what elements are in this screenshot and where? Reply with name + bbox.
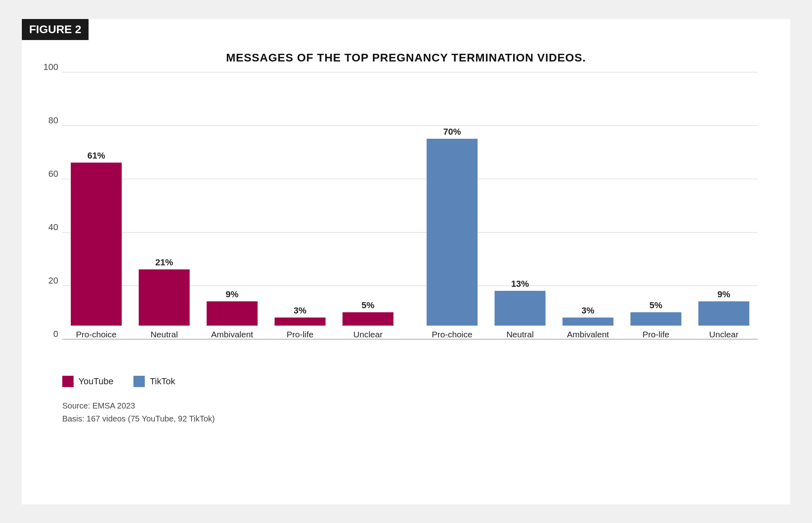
- tiktok-swatch: [133, 376, 145, 387]
- bar-wrapper: 70%: [418, 127, 486, 326]
- bar-group: 21%Neutral: [130, 257, 198, 339]
- bar-youtube: [207, 301, 258, 325]
- bar-percentage: 70%: [443, 127, 461, 137]
- bar-wrapper: 9%: [690, 289, 758, 325]
- youtube-swatch: [62, 376, 74, 387]
- bar-youtube: [275, 318, 326, 326]
- x-axis-label: Neutral: [149, 330, 180, 339]
- bar-percentage: 3%: [294, 305, 307, 316]
- y-axis-label: 80: [38, 115, 58, 126]
- bar-wrapper: 5%: [622, 300, 690, 326]
- tiktok-group: 70%Pro-choice13%Neutral3%Ambivalent5%Pro…: [418, 72, 758, 339]
- youtube-group: 61%Pro-choice21%Neutral9%Ambivalent3%Pro…: [62, 72, 402, 339]
- bar-group: 3%Pro-life: [266, 305, 334, 339]
- bar-group: 3%Ambivalent: [554, 305, 622, 339]
- bar-youtube: [71, 163, 122, 326]
- bar-youtube: [139, 269, 190, 326]
- y-axis-label: 100: [38, 62, 58, 72]
- y-axis-label: 40: [38, 222, 58, 233]
- legend-tiktok: TikTok: [133, 376, 175, 387]
- x-axis-label: Pro-choice: [74, 330, 118, 339]
- bar-group: 5%Unclear: [334, 300, 402, 339]
- bar-percentage: 5%: [362, 300, 374, 311]
- x-axis-label: Pro-choice: [430, 330, 474, 339]
- bar-youtube: [343, 312, 393, 326]
- bar-tiktok: [562, 318, 613, 326]
- bar-group: 9%Unclear: [690, 289, 758, 339]
- bar-percentage: 9%: [717, 289, 730, 300]
- bar-tiktok: [698, 301, 749, 325]
- source-text: Source: EMSA 2023 Basis: 167 videos (75 …: [62, 399, 790, 425]
- chart-title: MESSAGES OF THE TOP PREGNANCY TERMINATIO…: [22, 19, 790, 72]
- y-axis-label: 20: [38, 275, 58, 286]
- figure-label: FIGURE 2: [22, 19, 89, 40]
- y-axis-label: 60: [38, 169, 58, 179]
- x-axis-label: Unclear: [352, 330, 384, 339]
- youtube-label: YouTube: [78, 376, 113, 387]
- bar-wrapper: 61%: [62, 150, 130, 326]
- x-axis-label: Neutral: [505, 330, 535, 339]
- figure-card: FIGURE 2 MESSAGES OF THE TOP PREGNANCY T…: [22, 19, 790, 504]
- bar-tiktok: [495, 291, 546, 326]
- x-axis-label: Ambivalent: [209, 330, 255, 339]
- tiktok-label: TikTok: [150, 376, 175, 387]
- bar-group: 5%Pro-life: [622, 300, 690, 339]
- source-line2: Basis: 167 videos (75 YouTube, 92 TikTok…: [62, 412, 790, 425]
- bar-percentage: 21%: [155, 257, 173, 268]
- x-axis-label: Unclear: [708, 330, 740, 339]
- bar-group: 70%Pro-choice: [418, 127, 486, 339]
- bar-tiktok: [630, 312, 681, 326]
- bar-wrapper: 21%: [130, 257, 198, 326]
- bar-percentage: 5%: [649, 300, 662, 311]
- x-axis-label: Pro-life: [285, 330, 315, 339]
- legend-youtube: YouTube: [62, 376, 113, 387]
- bar-group: 13%Neutral: [486, 279, 554, 339]
- bar-percentage: 13%: [511, 279, 529, 289]
- bar-group: 9%Ambivalent: [198, 289, 266, 339]
- source-line1: Source: EMSA 2023: [62, 399, 790, 412]
- bars-container: 61%Pro-choice21%Neutral9%Ambivalent3%Pro…: [62, 72, 758, 339]
- bar-wrapper: 9%: [198, 289, 266, 325]
- bar-wrapper: 13%: [486, 279, 554, 326]
- x-axis-label: Ambivalent: [565, 330, 611, 339]
- bar-wrapper: 3%: [554, 305, 622, 326]
- bar-percentage: 61%: [87, 150, 105, 161]
- chart-area: 020406080100 61%Pro-choice21%Neutral9%Am…: [62, 72, 758, 364]
- bar-wrapper: 3%: [266, 305, 334, 326]
- x-axis-label: Pro-life: [641, 330, 671, 339]
- legend: YouTube TikTok: [62, 376, 790, 387]
- bar-tiktok: [427, 139, 478, 326]
- bar-group: 61%Pro-choice: [62, 150, 130, 339]
- bar-percentage: 9%: [226, 289, 239, 300]
- bar-percentage: 3%: [582, 305, 594, 316]
- bar-wrapper: 5%: [334, 300, 402, 326]
- y-axis-label: 0: [38, 329, 58, 339]
